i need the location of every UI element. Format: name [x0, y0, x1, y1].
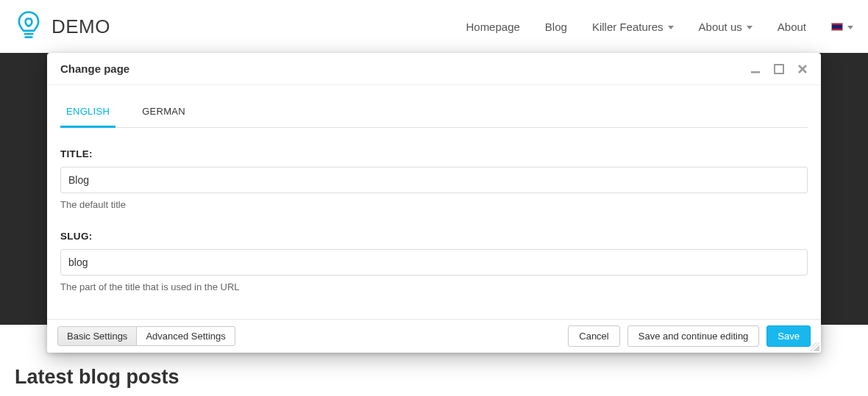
nav-label: Blog: [545, 21, 567, 33]
field-title: TITLE: The default title: [60, 148, 808, 210]
save-continue-button[interactable]: Save and continue editing: [627, 325, 760, 347]
modal-title: Change page: [60, 62, 129, 75]
chevron-down-icon: [747, 26, 753, 29]
nav-item-about[interactable]: About: [778, 21, 806, 33]
main-nav: Homepage Blog Killer Features About us A…: [466, 21, 853, 33]
lang-tab-german[interactable]: German: [136, 98, 191, 128]
svg-rect-1: [775, 65, 783, 73]
uk-flag-icon: [831, 23, 843, 31]
title-label: TITLE:: [60, 148, 808, 159]
nav-label: About: [778, 21, 806, 33]
language-tabs: English German: [60, 98, 808, 128]
nav-item-about-us[interactable]: About us: [699, 21, 753, 33]
minimize-button[interactable]: [750, 64, 761, 74]
nav-label: Homepage: [466, 21, 519, 33]
topbar: DEMO Homepage Blog Killer Features About…: [0, 0, 868, 53]
change-page-modal: Change page English German TITLE: The de…: [47, 53, 821, 353]
nav-item-blog[interactable]: Blog: [545, 21, 567, 33]
nav-item-homepage[interactable]: Homepage: [466, 21, 519, 33]
title-help: The default title: [60, 199, 808, 210]
close-button[interactable]: [797, 64, 808, 74]
save-button[interactable]: Save: [766, 325, 811, 347]
slug-label: SLUG:: [60, 231, 808, 242]
footer-actions: Cancel Save and continue editing Save: [568, 325, 811, 347]
modal-scroll-area[interactable]: English German TITLE: The default title …: [60, 90, 808, 314]
settings-tabs: Basic Settings Advanced Settings: [57, 326, 235, 346]
tab-advanced-settings[interactable]: Advanced Settings: [137, 326, 235, 346]
chevron-down-icon: [668, 26, 674, 29]
nav-item-killer-features[interactable]: Killer Features: [592, 21, 674, 33]
maximize-button[interactable]: [774, 64, 784, 74]
cancel-button[interactable]: Cancel: [568, 325, 619, 347]
slug-input[interactable]: [60, 249, 808, 276]
nav-label: Killer Features: [592, 21, 664, 33]
lightbulb-icon: [15, 10, 43, 43]
field-slug: SLUG: The part of the title that is used…: [60, 231, 808, 292]
resize-handle[interactable]: [811, 342, 819, 351]
modal-header: Change page: [47, 53, 821, 85]
window-controls: [750, 64, 808, 74]
title-input[interactable]: [60, 167, 808, 193]
language-switcher[interactable]: [831, 23, 853, 31]
modal-footer: Basic Settings Advanced Settings Cancel …: [47, 319, 821, 353]
svg-rect-0: [751, 71, 760, 73]
section-heading: Latest blog posts: [15, 366, 179, 389]
brand-name: DEMO: [51, 15, 110, 38]
slug-help: The part of the title that is used in th…: [60, 281, 808, 292]
nav-label: About us: [699, 21, 742, 33]
modal-body: English German TITLE: The default title …: [47, 85, 821, 353]
chevron-down-icon: [847, 26, 853, 29]
logo[interactable]: DEMO: [15, 10, 110, 43]
tab-basic-settings[interactable]: Basic Settings: [57, 326, 137, 346]
lang-tab-english[interactable]: English: [60, 98, 115, 128]
